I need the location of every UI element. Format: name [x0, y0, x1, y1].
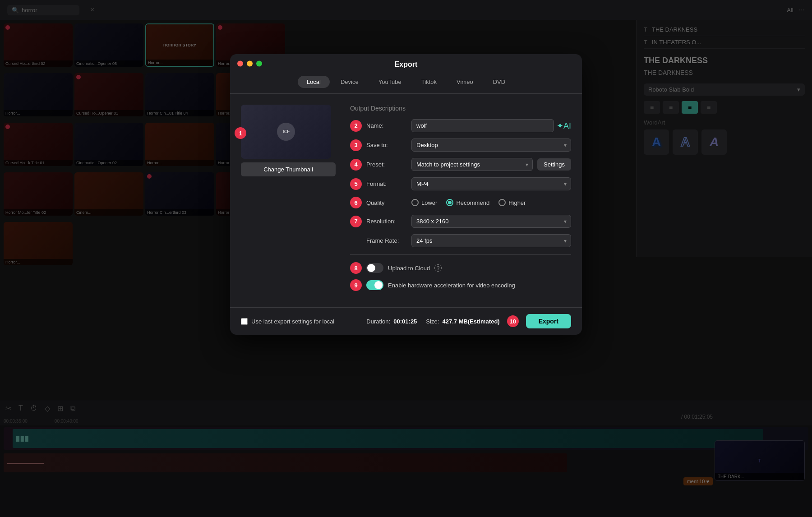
- hardware-acc-toggle[interactable]: [366, 280, 383, 290]
- last-settings-checkbox-label[interactable]: Use last export settings for local: [241, 318, 334, 325]
- quality-lower-option[interactable]: Lower: [411, 199, 437, 206]
- quality-higher-radio: [498, 199, 506, 206]
- name-input[interactable]: [411, 119, 554, 132]
- close-window-button[interactable]: [237, 61, 243, 67]
- hardware-acc-row: 9 Enable hardware acceleration for video…: [350, 279, 571, 291]
- format-row: 5 Format: MP4: [350, 177, 571, 190]
- step-badge-8: 8: [350, 262, 362, 274]
- step-badge-9: 9: [350, 279, 362, 291]
- tab-device[interactable]: Device: [332, 76, 368, 88]
- hardware-acc-label: Enable hardware acceleration for video e…: [388, 282, 515, 289]
- step-badge-2: 2: [350, 120, 362, 132]
- export-dialog: Export Local Device YouTube Tiktok Vimeo…: [230, 54, 582, 335]
- name-row: 2 Name: ✦AI: [350, 119, 571, 132]
- step-badge-5: 5: [350, 178, 362, 190]
- tab-local[interactable]: Local: [298, 76, 330, 88]
- quality-lower-label: Lower: [421, 199, 437, 206]
- upload-cloud-label: Upload to Cloud: [388, 265, 430, 272]
- step-badge-7: 7: [350, 216, 362, 227]
- export-button[interactable]: Export: [526, 314, 571, 328]
- step-badge-10: 10: [507, 315, 519, 327]
- radio-inner: [448, 201, 452, 204]
- frame-rate-select[interactable]: 24 fps: [411, 234, 571, 247]
- quality-label: Quality: [366, 199, 407, 206]
- resolution-row: 7 Resolution: 3840 x 2160: [350, 215, 571, 228]
- frame-rate-label: Frame Rate:: [366, 237, 407, 244]
- frame-rate-select-wrapper: 24 fps: [411, 234, 571, 247]
- resolution-label: Resolution:: [366, 218, 407, 225]
- format-select-wrapper: MP4: [411, 177, 571, 190]
- duration-value: 00:01:25: [393, 318, 417, 325]
- ai-button[interactable]: ✦AI: [557, 121, 571, 131]
- preset-label: Preset:: [366, 161, 407, 168]
- dialog-footer: Use last export settings for local Durat…: [230, 307, 582, 335]
- dialog-body: 1 ✏ Change Thumbnail Output Descriptions…: [230, 94, 582, 307]
- frame-rate-row: 7 Frame Rate: 24 fps: [350, 234, 571, 247]
- save-to-row: 3 Save to: Desktop: [350, 138, 571, 152]
- quality-higher-option[interactable]: Higher: [498, 199, 526, 206]
- window-controls: [237, 61, 262, 67]
- tab-vimeo[interactable]: Vimeo: [448, 76, 482, 88]
- duration-meta: Duration: 00:01:25: [366, 318, 417, 325]
- step-badge-3: 3: [350, 139, 362, 151]
- quality-row: 6 Quality Lower Recommend: [350, 197, 571, 208]
- tab-youtube[interactable]: YouTube: [369, 76, 411, 88]
- quality-recommend-option[interactable]: Recommend: [446, 199, 489, 206]
- quality-options: Lower Recommend Higher: [411, 199, 526, 206]
- change-thumbnail-button[interactable]: Change Thumbnail: [241, 162, 336, 176]
- footer-meta: Duration: 00:01:25 Size: 427.7 MB(Estima…: [366, 318, 499, 325]
- toggle-knob-cloud: [367, 264, 375, 272]
- divider: [350, 254, 571, 255]
- step-badge-4: 4: [350, 159, 362, 171]
- preset-select[interactable]: Match to project settings: [411, 158, 533, 171]
- format-label: Format:: [366, 180, 407, 187]
- minimize-window-button[interactable]: [247, 61, 253, 67]
- tab-dvd[interactable]: DVD: [484, 76, 514, 88]
- size-value: 427.7 MB(Estimated): [443, 318, 500, 325]
- dialog-title-bar: Export: [230, 54, 582, 73]
- size-meta: Size: 427.7 MB(Estimated): [426, 318, 499, 325]
- quality-recommend-label: Recommend: [456, 199, 489, 206]
- last-settings-checkbox[interactable]: [241, 318, 248, 325]
- upload-cloud-toggle[interactable]: [366, 263, 383, 273]
- edit-thumbnail-icon: ✏: [277, 123, 295, 141]
- resolution-select[interactable]: 3840 x 2160: [411, 215, 571, 228]
- export-tabs: Local Device YouTube Tiktok Vimeo DVD: [230, 73, 582, 94]
- quality-higher-label: Higher: [508, 199, 526, 206]
- format-select[interactable]: MP4: [411, 177, 571, 190]
- settings-button[interactable]: Settings: [537, 158, 571, 171]
- thumbnail-preview: ✏: [241, 105, 331, 159]
- thumbnail-panel: 1 ✏ Change Thumbnail: [241, 105, 336, 296]
- tab-tiktok[interactable]: Tiktok: [412, 76, 446, 88]
- step-badge-6: 6: [350, 197, 362, 208]
- toggle-knob-hw: [374, 281, 383, 289]
- quality-recommend-radio: [446, 199, 453, 206]
- last-settings-label: Use last export settings for local: [251, 318, 334, 325]
- quality-lower-radio: [411, 199, 419, 206]
- form-area: Output Descriptions 2 Name: ✦AI 3 Save t…: [350, 105, 571, 296]
- save-to-select-wrapper: Desktop: [411, 138, 571, 152]
- save-to-select[interactable]: Desktop: [411, 138, 571, 152]
- help-icon[interactable]: ?: [434, 264, 442, 272]
- save-to-label: Save to:: [366, 142, 407, 148]
- resolution-select-wrapper: 3840 x 2160: [411, 215, 571, 228]
- dialog-title: Export: [395, 60, 418, 69]
- name-label: Name:: [366, 122, 407, 129]
- preset-row: 4 Preset: Match to project settings Sett…: [350, 158, 571, 171]
- preset-select-wrapper: Match to project settings: [411, 158, 533, 171]
- maximize-window-button[interactable]: [256, 61, 262, 67]
- output-desc-title: Output Descriptions: [350, 105, 571, 112]
- upload-cloud-row: 8 Upload to Cloud ?: [350, 262, 571, 274]
- step-badge-1: 1: [235, 127, 246, 139]
